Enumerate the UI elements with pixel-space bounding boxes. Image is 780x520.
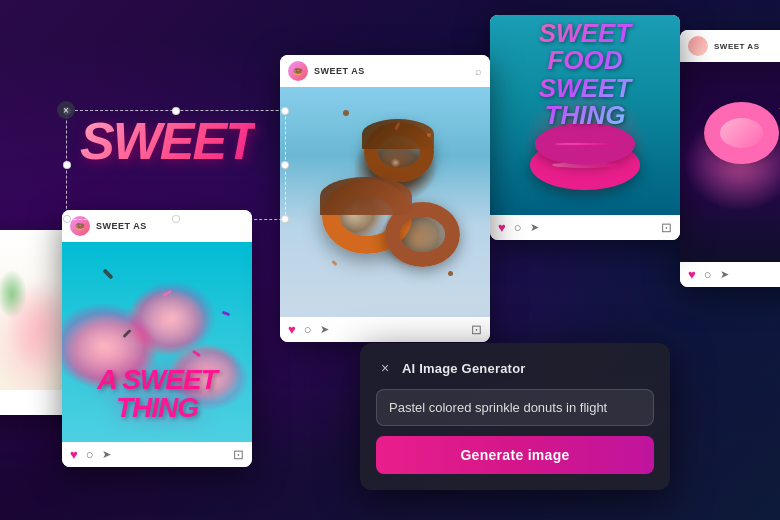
sweet-food-text: SWEETFOODSWEETTHING [495, 20, 675, 129]
card-sweet-thing-username: SWEET AS [96, 221, 147, 231]
heart-icon-2[interactable]: ♥ [288, 322, 296, 337]
card-right-username: SWEET AS [714, 42, 759, 51]
ai-dialog-title: AI Image Generator [402, 361, 526, 376]
card-right-header: SWEET AS [680, 30, 780, 62]
sweet-text-art: SWEET [80, 115, 255, 167]
card-sweet-thing: 🍩 SWEET AS A SWEETTHING ♥ ○ ➤ ⊡ [62, 210, 252, 467]
comment-icon-4[interactable]: ○ [704, 267, 712, 282]
share-icon-2[interactable]: ➤ [320, 323, 329, 336]
card-flight-actions: ♥ ○ ➤ ⊡ [280, 317, 490, 342]
generate-image-button[interactable]: Generate image [376, 436, 654, 474]
card-right-actions: ♥ ○ ➤ [680, 262, 780, 287]
card-sweet-thing-image: A SWEETTHING [62, 242, 252, 442]
comment-icon-3[interactable]: ○ [514, 220, 522, 235]
share-icon-3[interactable]: ➤ [530, 221, 539, 234]
card-right-partial: SWEET AS SI ♥ ○ ➤ [680, 30, 780, 287]
ai-prompt-input[interactable] [376, 389, 654, 426]
bookmark-icon-3[interactable]: ⊡ [661, 220, 672, 235]
heart-icon-3[interactable]: ♥ [498, 220, 506, 235]
ai-dialog-close-button[interactable]: × [376, 359, 394, 377]
heart-icon-1[interactable]: ♥ [70, 447, 78, 462]
comment-icon-2[interactable]: ○ [304, 322, 312, 337]
handle-top-right[interactable] [281, 107, 289, 115]
card-flight-image [280, 87, 490, 317]
card-sweet-food: SWEETFOODSWEETTHING ♥ ○ ➤ ⊡ [490, 15, 680, 240]
bookmark-icon-2[interactable]: ⊡ [471, 322, 482, 337]
heart-icon-4[interactable]: ♥ [688, 267, 696, 282]
card-right-image: SI [680, 62, 780, 262]
card-flight-avatar: 🍩 [288, 61, 308, 81]
card-sweet-food-image: SWEETFOODSWEETTHING [490, 15, 680, 215]
card-flight: 🍩 SWEET AS ⌕ ♥ ○ ➤ ⊡ [280, 55, 490, 342]
handle-mid-left[interactable] [63, 161, 71, 169]
sweet-thing-text: A SWEETTHING [97, 366, 217, 422]
share-icon-4[interactable]: ➤ [720, 268, 729, 281]
handle-bottom-mid[interactable] [172, 215, 180, 223]
ai-dialog-header: × AI Image Generator [376, 359, 654, 377]
share-icon-1[interactable]: ➤ [102, 448, 111, 461]
card-flight-username: SWEET AS [314, 66, 365, 76]
selection-close-button[interactable]: × [57, 101, 75, 119]
card-sweet-food-actions: ♥ ○ ➤ ⊡ [490, 215, 680, 240]
handle-bottom-right[interactable] [281, 215, 289, 223]
card-flight-header: 🍩 SWEET AS ⌕ [280, 55, 490, 87]
bookmark-icon-1[interactable]: ⊡ [233, 447, 244, 462]
card-sweet-thing-actions: ♥ ○ ➤ ⊡ [62, 442, 252, 467]
card-flight-search-icon[interactable]: ⌕ [475, 65, 482, 77]
handle-mid-right[interactable] [281, 161, 289, 169]
ai-image-generator-dialog: × AI Image Generator Generate image [360, 343, 670, 490]
card-right-avatar [688, 36, 708, 56]
handle-bottom-left[interactable] [63, 215, 71, 223]
comment-icon-1[interactable]: ○ [86, 447, 94, 462]
